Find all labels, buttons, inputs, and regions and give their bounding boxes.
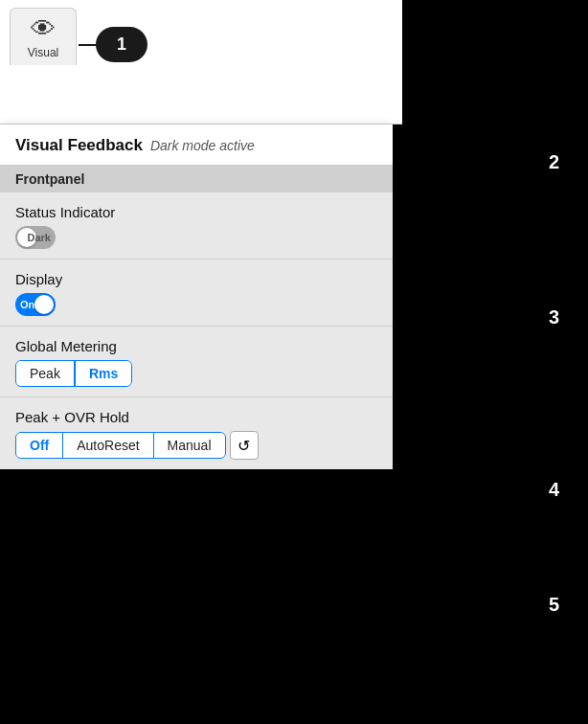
setting-row-display: Display On	[0, 260, 393, 327]
top-bar: 👁 Visual	[0, 0, 402, 124]
main-panel: Visual Feedback Dark mode active Frontpa…	[0, 124, 393, 469]
panel-title: Visual Feedback	[15, 136, 143, 155]
peak-ovr-hold-label: Peak + OVR Hold	[15, 409, 377, 425]
seg-btn-manual[interactable]: Manual	[154, 433, 225, 458]
callout-bubble-1: 1	[96, 27, 147, 62]
status-indicator-label: Status Indicator	[15, 204, 377, 220]
setting-row-global-metering: Global Metering Peak Rms	[0, 327, 393, 397]
seg-btn-off[interactable]: Off	[16, 433, 63, 458]
step-badge-3: 3	[549, 306, 559, 328]
status-indicator-toggle-container: Dark	[15, 226, 377, 249]
display-knob	[34, 295, 54, 314]
panel-header: Visual Feedback Dark mode active	[0, 124, 393, 166]
step-badge-5: 5	[549, 594, 559, 616]
eye-icon: 👁	[31, 14, 56, 44]
display-toggle-label: On	[20, 299, 34, 310]
global-metering-label: Global Metering	[15, 338, 377, 354]
display-toggle-container: On	[15, 293, 377, 316]
seg-btn-rms[interactable]: Rms	[75, 361, 131, 386]
peak-ovr-hold-controls: Off AutoReset Manual ↺	[15, 431, 377, 460]
display-toggle[interactable]: On	[15, 293, 56, 316]
reset-button[interactable]: ↺	[230, 431, 259, 460]
section-header-frontpanel: Frontpanel	[0, 166, 393, 192]
seg-btn-peak[interactable]: Peak	[16, 361, 75, 386]
setting-row-status-indicator: Status Indicator Dark	[0, 192, 393, 260]
seg-btn-autoreset[interactable]: AutoReset	[63, 433, 153, 458]
status-indicator-toggle-label: Dark	[28, 232, 51, 243]
panel-subtitle: Dark mode active	[150, 137, 255, 154]
display-label: Display	[15, 271, 377, 287]
setting-row-peak-ovr-hold: Peak + OVR Hold Off AutoReset Manual ↺	[0, 397, 393, 469]
status-indicator-toggle[interactable]: Dark	[15, 226, 56, 249]
tab-label: Visual	[28, 46, 58, 59]
global-metering-segmented: Peak Rms	[15, 360, 132, 387]
step-badge-4: 4	[549, 479, 559, 501]
visual-tab[interactable]: 👁 Visual	[10, 8, 77, 65]
step-badge-2: 2	[549, 151, 559, 173]
peak-ovr-hold-segmented: Off AutoReset Manual	[15, 432, 226, 459]
